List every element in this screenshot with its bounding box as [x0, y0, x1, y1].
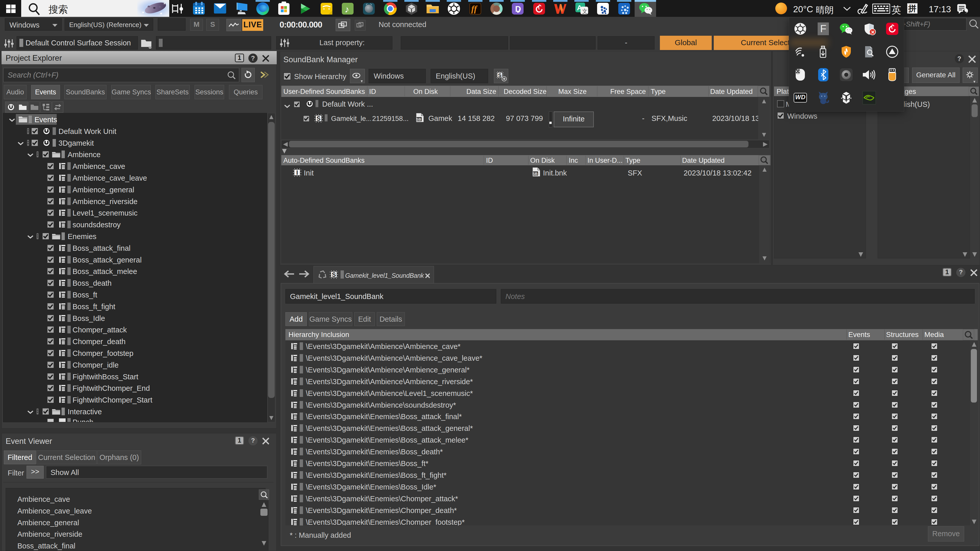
svg-text:SB: SB: [533, 171, 538, 176]
svg-text:I: I: [296, 169, 298, 176]
svg-text:S: S: [332, 272, 336, 278]
svg-text:S: S: [317, 115, 320, 122]
svg-text:S: S: [498, 73, 501, 78]
svg-text:SB: SB: [416, 118, 421, 121]
